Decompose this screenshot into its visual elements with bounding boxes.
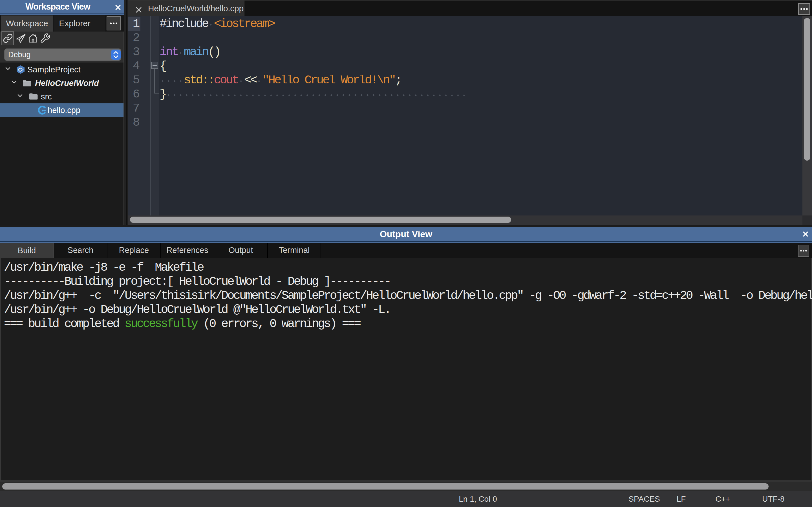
svg-text:C: C [18, 67, 22, 73]
svg-text:+: + [22, 68, 24, 72]
svg-text:++: ++ [42, 108, 46, 113]
